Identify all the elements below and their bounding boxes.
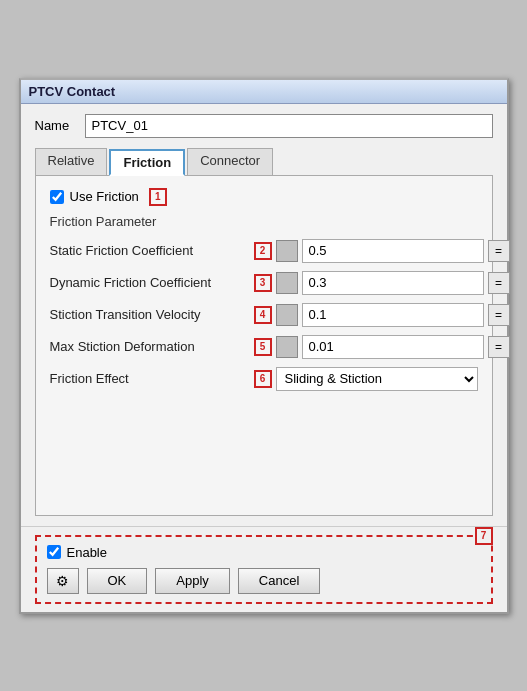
eq-btn-5[interactable]: =: [488, 336, 510, 358]
color-box-4[interactable]: [276, 304, 298, 326]
badge-6: 6: [254, 370, 272, 388]
badge-1: 1: [149, 188, 167, 206]
param-label-stiction-vel: Stiction Transition Velocity: [50, 307, 250, 322]
enable-row: Enable: [47, 545, 481, 560]
icon-button[interactable]: ⚙: [47, 568, 79, 594]
color-box-3[interactable]: [276, 272, 298, 294]
cancel-button[interactable]: Cancel: [238, 568, 320, 594]
use-friction-label: Use Friction: [70, 189, 139, 204]
badge-3: 3: [254, 274, 272, 292]
icon-symbol: ⚙: [56, 573, 69, 589]
badge-4: 4: [254, 306, 272, 324]
dynamic-friction-input[interactable]: [302, 271, 484, 295]
content-area: Name Relative Friction Connector Use Fri…: [21, 104, 507, 526]
tabs-bar: Relative Friction Connector: [35, 148, 493, 176]
name-label: Name: [35, 118, 75, 133]
use-friction-checkbox[interactable]: [50, 190, 64, 204]
bottom-dashed-box: 7 Enable ⚙ OK Apply Cancel: [35, 535, 493, 604]
badge-2: 2: [254, 242, 272, 260]
button-row: ⚙ OK Apply Cancel: [47, 568, 481, 594]
apply-button[interactable]: Apply: [155, 568, 230, 594]
color-box-5[interactable]: [276, 336, 298, 358]
param-row-friction-effect: Friction Effect 6 Sliding & Stiction Sli…: [50, 367, 478, 391]
color-box-2[interactable]: [276, 240, 298, 262]
bottom-section: 7 Enable ⚙ OK Apply Cancel: [21, 526, 507, 612]
param-label-static: Static Friction Coefficient: [50, 243, 250, 258]
stiction-vel-input[interactable]: [302, 303, 484, 327]
use-friction-row: Use Friction 1: [50, 188, 478, 206]
badge-7: 7: [475, 527, 493, 545]
stiction-def-input[interactable]: [302, 335, 484, 359]
param-label-stiction-def: Max Stiction Deformation: [50, 339, 250, 354]
window-title: PTCV Contact: [29, 84, 116, 99]
param-row-stiction-vel: Stiction Transition Velocity 4 =: [50, 303, 478, 327]
friction-effect-select[interactable]: Sliding & Stiction Sliding Only Stiction…: [276, 367, 478, 391]
param-row-dynamic: Dynamic Friction Coefficient 3 =: [50, 271, 478, 295]
eq-btn-2[interactable]: =: [488, 240, 510, 262]
enable-checkbox[interactable]: [47, 545, 61, 559]
section-title: Friction Parameter: [50, 214, 478, 229]
title-bar: PTCV Contact: [21, 80, 507, 104]
tab-relative[interactable]: Relative: [35, 148, 108, 175]
main-window: PTCV Contact Name Relative Friction Conn…: [19, 78, 509, 614]
name-row: Name: [35, 114, 493, 138]
tab-friction[interactable]: Friction: [109, 149, 185, 176]
tab-content: Use Friction 1 Friction Parameter Static…: [35, 176, 493, 516]
tab-connector[interactable]: Connector: [187, 148, 273, 175]
param-label-dynamic: Dynamic Friction Coefficient: [50, 275, 250, 290]
param-row-static: Static Friction Coefficient 2 =: [50, 239, 478, 263]
eq-btn-3[interactable]: =: [488, 272, 510, 294]
param-label-friction-effect: Friction Effect: [50, 371, 250, 386]
enable-label: Enable: [67, 545, 107, 560]
eq-btn-4[interactable]: =: [488, 304, 510, 326]
ok-button[interactable]: OK: [87, 568, 148, 594]
static-friction-input[interactable]: [302, 239, 484, 263]
name-input[interactable]: [85, 114, 493, 138]
badge-5: 5: [254, 338, 272, 356]
param-row-stiction-def: Max Stiction Deformation 5 =: [50, 335, 478, 359]
